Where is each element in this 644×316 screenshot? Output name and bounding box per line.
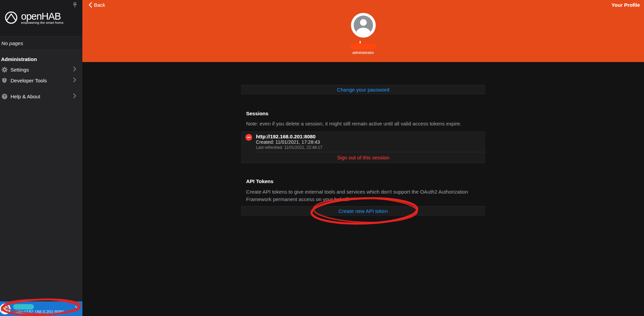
profile-content: Change your password Sessions Note: even… (241, 85, 485, 216)
sidebar-item-label: Developer Tools (11, 78, 47, 83)
app-name: openHAB (21, 11, 63, 21)
chevron-right-icon (73, 93, 76, 99)
sidebar-item-help-about[interactable]: ? Help & About (0, 91, 82, 102)
session-item: http://192.168.0.201:8080 Created: 11/01… (241, 132, 485, 152)
no-pages-label: No pages (0, 37, 82, 50)
back-button[interactable]: Back (88, 2, 105, 8)
sidebar-item-label: Settings (11, 67, 29, 73)
sessions-title: Sessions (246, 110, 480, 117)
chevron-right-icon (73, 77, 76, 83)
create-api-token-button[interactable]: Create new API token (241, 206, 485, 216)
shield-icon: ! (1, 77, 7, 83)
back-label: Back (94, 2, 105, 8)
session-card: http://192.168.0.201:8080 Created: 11/01… (241, 132, 485, 163)
person-icon (354, 16, 373, 35)
api-tokens-title: API Tokens (246, 178, 480, 185)
openhab-wordmark: openHAB empowering the smart home (21, 11, 63, 24)
redacted-username-pill (350, 43, 376, 50)
sidebar-item-label: Help & About (11, 94, 40, 99)
account-bar[interactable]: http://192.168.0.201:8080 (0, 301, 82, 316)
sign-out-session-button[interactable]: Sign out of this session (241, 152, 485, 163)
chevron-right-icon (75, 306, 78, 312)
sign-out-label: Sign out of this session (337, 155, 389, 160)
account-server-url: http://192.168.0.201:8080 (16, 310, 64, 314)
page-title: Your Profile (611, 2, 640, 8)
question-icon: ? (1, 93, 7, 99)
exclamation-glyph: ! (4, 78, 5, 82)
pin-icon[interactable] (72, 2, 78, 8)
redaction-artifact (360, 41, 361, 43)
session-last-refreshed: Last refreshed: 11/01/2021, 22:48:17 (256, 145, 480, 150)
create-api-token-label: Create new API token (339, 208, 388, 214)
openhab-logo-icon (4, 9, 18, 26)
api-tokens-description: Create API tokens to give external tools… (246, 188, 480, 203)
gear-icon (1, 66, 7, 73)
chevron-left-icon (88, 2, 92, 8)
app-tagline: empowering the smart home (21, 21, 63, 24)
account-avatar (0, 303, 11, 314)
profile-header: Back Your Profile administrator (82, 0, 644, 62)
profile-avatar (351, 13, 376, 38)
session-created: Created: 11/01/2021, 17:28:43 (256, 139, 480, 145)
main-area: Back Your Profile administrator Change y… (82, 0, 644, 316)
sidebar-section-title: Administration (0, 50, 82, 64)
openhab-logo: openHAB empowering the smart home (4, 9, 63, 26)
sidebar-item-settings[interactable]: Settings (0, 64, 82, 75)
question-glyph: ? (3, 94, 6, 98)
role-label: administrator (353, 51, 374, 55)
change-password-label: Change your password (337, 87, 389, 93)
sidebar-header: openHAB empowering the smart home (0, 0, 82, 37)
sidebar-item-developer-tools[interactable]: ! Developer Tools (0, 75, 82, 86)
session-url: http://192.168.0.201:8080 (256, 134, 480, 139)
sidebar: openHAB empowering the smart home No pag… (0, 0, 82, 316)
redacted-username-pill (13, 304, 34, 310)
change-password-button[interactable]: Change your password (241, 85, 485, 94)
chevron-right-icon (73, 66, 76, 73)
sessions-note: Note: even if you delete a session, it m… (246, 120, 480, 127)
delete-session-icon[interactable] (245, 134, 252, 141)
